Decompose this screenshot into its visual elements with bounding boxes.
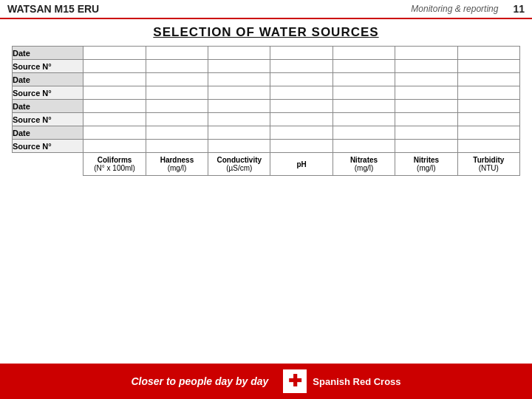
date-data-cell[interactable] bbox=[83, 126, 146, 140]
date-data-cell[interactable] bbox=[83, 47, 146, 60]
date-data-cell[interactable] bbox=[208, 100, 270, 113]
date-data-cell[interactable] bbox=[395, 73, 457, 86]
date-row: Date bbox=[13, 73, 520, 86]
date-data-cell[interactable] bbox=[395, 47, 457, 60]
date-row: Date bbox=[13, 126, 520, 140]
date-data-cell[interactable] bbox=[270, 100, 332, 113]
source-data-cell[interactable] bbox=[457, 60, 519, 73]
source-data-cell[interactable] bbox=[332, 86, 395, 100]
source-data-cell[interactable] bbox=[270, 86, 332, 100]
date-data-cell[interactable] bbox=[208, 47, 270, 60]
col-header-4: Nitrates(mg/l) bbox=[332, 153, 395, 176]
col-header-3: pH bbox=[270, 153, 332, 176]
date-data-cell[interactable] bbox=[83, 73, 146, 86]
source-data-cell[interactable] bbox=[146, 140, 208, 153]
source-data-cell[interactable] bbox=[332, 140, 395, 153]
date-data-cell[interactable] bbox=[146, 47, 208, 60]
red-cross-icon: ✚ bbox=[283, 369, 307, 393]
source-label: Source N° bbox=[13, 60, 83, 73]
source-data-cell[interactable] bbox=[208, 113, 270, 126]
app-title: WATSAN M15 ERU bbox=[7, 3, 99, 15]
source-data-cell[interactable] bbox=[146, 86, 208, 100]
date-data-cell[interactable] bbox=[332, 126, 395, 140]
source-data-cell[interactable] bbox=[83, 113, 146, 126]
source-data-cell[interactable] bbox=[457, 140, 519, 153]
source-data-cell[interactable] bbox=[457, 86, 519, 100]
header-right: Monitoring & reporting 11 bbox=[411, 3, 525, 15]
date-data-cell[interactable] bbox=[146, 73, 208, 86]
source-row: Source N° bbox=[13, 113, 520, 126]
main-content: SELECTION OF WATER SOURCES DateSource N°… bbox=[0, 19, 532, 182]
date-data-cell[interactable] bbox=[146, 100, 208, 113]
date-data-cell[interactable] bbox=[208, 126, 270, 140]
source-data-cell[interactable] bbox=[270, 60, 332, 73]
source-data-cell[interactable] bbox=[332, 60, 395, 73]
date-data-cell[interactable] bbox=[457, 73, 519, 86]
source-data-cell[interactable] bbox=[83, 140, 146, 153]
page-number: 11 bbox=[513, 3, 525, 15]
page-footer: Closer to people day by day ✚ Spanish Re… bbox=[0, 364, 532, 399]
date-data-cell[interactable] bbox=[457, 100, 519, 113]
col-header-0: Coliforms(N° x 100ml) bbox=[83, 153, 146, 176]
date-label: Date bbox=[13, 126, 83, 140]
date-data-cell[interactable] bbox=[395, 126, 457, 140]
date-data-cell[interactable] bbox=[146, 126, 208, 140]
column-header-row: Coliforms(N° x 100ml)Hardness(mg/l)Condu… bbox=[13, 153, 520, 176]
source-data-cell[interactable] bbox=[395, 113, 457, 126]
source-data-cell[interactable] bbox=[83, 60, 146, 73]
source-data-cell[interactable] bbox=[332, 113, 395, 126]
date-data-cell[interactable] bbox=[457, 126, 519, 140]
source-row: Source N° bbox=[13, 60, 520, 73]
page-header: WATSAN M15 ERU Monitoring & reporting 11 bbox=[0, 0, 532, 19]
date-data-cell[interactable] bbox=[83, 100, 146, 113]
source-data-cell[interactable] bbox=[208, 60, 270, 73]
source-label: Source N° bbox=[13, 113, 83, 126]
date-label: Date bbox=[13, 47, 83, 60]
date-data-cell[interactable] bbox=[270, 47, 332, 60]
source-data-cell[interactable] bbox=[395, 86, 457, 100]
date-row: Date bbox=[13, 100, 520, 113]
footer-logo: ✚ Spanish Red Cross bbox=[283, 369, 400, 393]
date-row: Date bbox=[13, 47, 520, 60]
col-header-6: Turbidity(NTU) bbox=[457, 153, 519, 176]
source-row: Source N° bbox=[13, 86, 520, 100]
source-data-cell[interactable] bbox=[83, 86, 146, 100]
date-data-cell[interactable] bbox=[395, 100, 457, 113]
date-data-cell[interactable] bbox=[208, 73, 270, 86]
source-label: Source N° bbox=[13, 140, 83, 153]
source-data-cell[interactable] bbox=[146, 60, 208, 73]
org-name: Spanish Red Cross bbox=[313, 376, 400, 387]
source-data-cell[interactable] bbox=[395, 140, 457, 153]
source-data-cell[interactable] bbox=[270, 140, 332, 153]
date-data-cell[interactable] bbox=[332, 73, 395, 86]
header-empty-cell bbox=[13, 153, 83, 176]
source-label: Source N° bbox=[13, 86, 83, 100]
date-data-cell[interactable] bbox=[270, 126, 332, 140]
date-label: Date bbox=[13, 100, 83, 113]
source-data-cell[interactable] bbox=[146, 113, 208, 126]
col-header-2: Conductivity(µS/cm) bbox=[208, 153, 270, 176]
footer-tagline: Closer to people day by day bbox=[131, 375, 268, 387]
date-data-cell[interactable] bbox=[332, 100, 395, 113]
water-sources-table: DateSource N°DateSource N°DateSource N°D… bbox=[12, 46, 520, 176]
date-data-cell[interactable] bbox=[457, 47, 519, 60]
source-data-cell[interactable] bbox=[270, 113, 332, 126]
date-data-cell[interactable] bbox=[270, 73, 332, 86]
col-header-5: Nitrites(mg/l) bbox=[395, 153, 457, 176]
section-title: SELECTION OF WATER SOURCES bbox=[12, 25, 520, 40]
source-row: Source N° bbox=[13, 140, 520, 153]
source-data-cell[interactable] bbox=[395, 60, 457, 73]
source-data-cell[interactable] bbox=[208, 86, 270, 100]
source-data-cell[interactable] bbox=[208, 140, 270, 153]
header-subtitle: Monitoring & reporting bbox=[411, 4, 498, 14]
date-data-cell[interactable] bbox=[332, 47, 395, 60]
source-data-cell[interactable] bbox=[457, 113, 519, 126]
date-label: Date bbox=[13, 73, 83, 86]
col-header-1: Hardness(mg/l) bbox=[146, 153, 208, 176]
